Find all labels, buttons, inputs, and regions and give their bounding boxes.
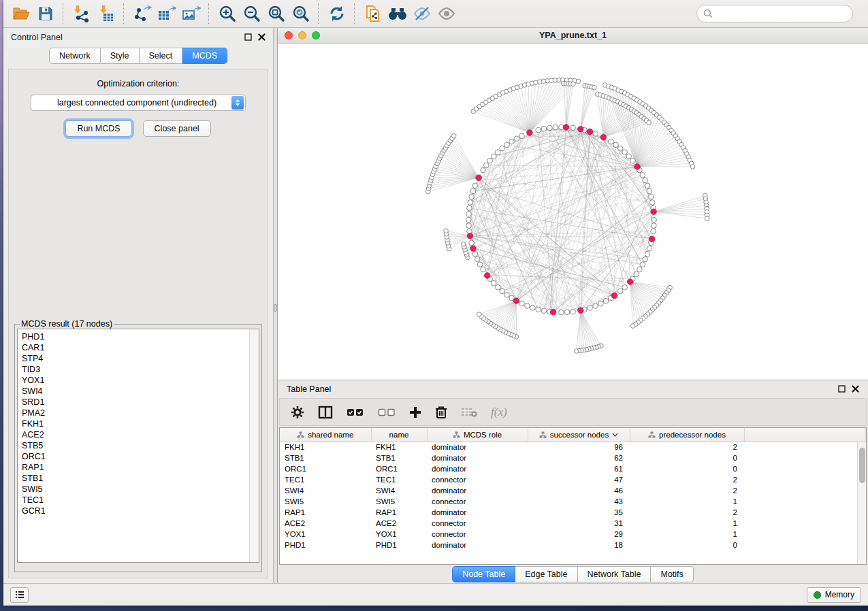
network-node[interactable]: [468, 200, 473, 205]
network-hub-node[interactable]: [563, 125, 568, 130]
splitter-grip[interactable]: [274, 304, 277, 312]
table-cell[interactable]: FKH1: [280, 442, 371, 452]
mcds-result-list[interactable]: PHD1CAR1STP4TID3YOX1SWI4SRD1PMA2FKH1ACE2…: [17, 329, 259, 563]
network-node[interactable]: [519, 133, 525, 139]
import-network-icon[interactable]: [69, 2, 94, 25]
network-node[interactable]: [571, 82, 576, 86]
table-cell[interactable]: TEC1: [371, 474, 427, 485]
table-row[interactable]: ORC1ORC1dominator610: [280, 463, 866, 474]
table-cell[interactable]: FKH1: [371, 442, 427, 452]
network-node[interactable]: [495, 284, 500, 290]
network-node[interactable]: [536, 127, 541, 133]
network-node[interactable]: [570, 125, 576, 131]
table-scrollbar[interactable]: [857, 442, 866, 564]
table-cell[interactable]: 29: [528, 529, 630, 540]
window-zoom-light[interactable]: [312, 31, 320, 39]
tab-select[interactable]: Select: [140, 48, 183, 64]
tab-node-table[interactable]: Node Table: [452, 566, 515, 582]
mcds-result-item[interactable]: STP4: [22, 353, 259, 364]
network-node[interactable]: [491, 154, 496, 159]
zoom-in-icon[interactable]: [215, 2, 240, 25]
table-cell[interactable]: YOX1: [371, 529, 427, 540]
column-header-mcds-role[interactable]: MCDS role: [427, 428, 528, 442]
table-cell[interactable]: 96: [528, 442, 630, 452]
open-file-icon[interactable]: [9, 2, 33, 25]
mcds-result-item[interactable]: SWI4: [22, 386, 259, 397]
column-layout-icon[interactable]: [318, 406, 333, 419]
tab-edge-table[interactable]: Edge Table: [515, 566, 577, 582]
float-panel-icon[interactable]: [244, 33, 252, 41]
table-cell[interactable]: 1: [630, 496, 744, 507]
network-canvas[interactable]: [278, 44, 868, 380]
network-hub-node[interactable]: [627, 279, 632, 284]
network-node[interactable]: [481, 267, 486, 272]
network-overview-icon[interactable]: [385, 2, 410, 25]
toggle-visibility-icon[interactable]: [410, 2, 434, 25]
zoom-selected-icon[interactable]: [289, 2, 313, 25]
table-cell[interactable]: YOX1: [280, 529, 371, 540]
network-node[interactable]: [613, 142, 619, 148]
tab-network[interactable]: Network: [49, 48, 101, 64]
export-image-icon[interactable]: [179, 2, 204, 25]
table-cell[interactable]: connector: [427, 529, 528, 540]
network-node[interactable]: [504, 142, 510, 148]
mcds-list-scrollbar[interactable]: [249, 329, 259, 562]
table-cell[interactable]: ACE2: [371, 518, 427, 529]
network-node[interactable]: [574, 349, 579, 354]
network-node[interactable]: [525, 303, 530, 309]
network-node[interactable]: [466, 223, 472, 229]
network-node[interactable]: [652, 217, 657, 222]
delete-column-icon[interactable]: [435, 406, 447, 419]
network-node[interactable]: [652, 223, 657, 229]
network-node[interactable]: [487, 158, 493, 163]
table-cell[interactable]: SWI5: [280, 496, 371, 507]
network-node[interactable]: [451, 133, 456, 138]
network-node[interactable]: [630, 158, 636, 163]
network-node[interactable]: [593, 303, 598, 309]
table-cell[interactable]: connector: [427, 496, 528, 507]
network-node[interactable]: [592, 85, 597, 90]
tab-style[interactable]: Style: [101, 48, 140, 64]
float-table-panel-icon[interactable]: [838, 385, 846, 393]
network-node[interactable]: [588, 306, 593, 311]
search-input[interactable]: [717, 9, 846, 18]
network-node[interactable]: [649, 200, 655, 205]
network-node[interactable]: [576, 79, 581, 84]
network-hub-node[interactable]: [587, 129, 592, 134]
network-node[interactable]: [553, 125, 558, 130]
network-node[interactable]: [645, 251, 650, 257]
network-hub-node[interactable]: [578, 308, 583, 313]
network-node[interactable]: [514, 136, 519, 142]
table-cell[interactable]: ACE2: [280, 518, 371, 529]
network-node[interactable]: [541, 308, 547, 314]
column-header-name[interactable]: name: [371, 428, 427, 442]
network-node[interactable]: [570, 309, 576, 314]
table-scrollbar-thumb[interactable]: [859, 448, 865, 483]
network-node[interactable]: [477, 312, 481, 317]
export-network-icon[interactable]: [130, 2, 155, 25]
network-node[interactable]: [481, 167, 486, 173]
show-eye-icon[interactable]: [434, 2, 459, 25]
network-node[interactable]: [593, 131, 598, 137]
save-session-icon[interactable]: [33, 2, 58, 25]
network-hub-node[interactable]: [649, 236, 654, 242]
table-cell[interactable]: PHD1: [371, 540, 427, 550]
table-cell[interactable]: dominator: [427, 540, 528, 550]
network-node[interactable]: [541, 126, 547, 131]
network-node[interactable]: [643, 178, 648, 183]
table-cell[interactable]: 46: [528, 485, 630, 496]
mcds-result-item[interactable]: SRD1: [22, 397, 259, 408]
table-cell[interactable]: 2: [630, 507, 744, 518]
network-node[interactable]: [640, 173, 645, 178]
network-hub-node[interactable]: [527, 130, 532, 135]
network-node[interactable]: [495, 150, 500, 155]
deselect-all-icon[interactable]: [378, 408, 396, 417]
network-node[interactable]: [690, 165, 695, 169]
network-hub-node[interactable]: [550, 309, 556, 314]
table-cell[interactable]: TEC1: [280, 474, 371, 485]
close-table-panel-icon[interactable]: [852, 385, 859, 393]
table-cell[interactable]: STB1: [371, 452, 427, 463]
close-panel-button[interactable]: Close panel: [143, 120, 211, 137]
column-header-predecessor-nodes[interactable]: predecessor nodes: [630, 428, 744, 442]
mcds-result-item[interactable]: ACE2: [22, 429, 259, 440]
